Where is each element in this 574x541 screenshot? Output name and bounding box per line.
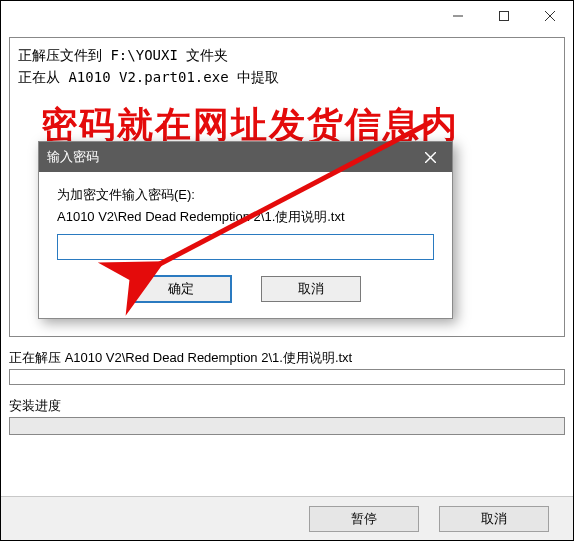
dialog-titlebar[interactable]: 输入密码 xyxy=(39,142,452,172)
log-line: 正解压文件到 F:\YOUXI 文件夹 xyxy=(18,44,556,66)
maximize-button[interactable] xyxy=(481,1,527,31)
password-input[interactable] xyxy=(57,234,434,260)
current-file-label: 正在解压 A1010 V2\Red Dead Redemption 2\1.使用… xyxy=(9,349,565,367)
password-dialog: 输入密码 为加密文件输入密码(E): A1010 V2\Red Dead Red… xyxy=(38,141,453,319)
svg-rect-1 xyxy=(500,12,509,21)
install-progress-label: 安装进度 xyxy=(9,397,565,415)
password-prompt-label: 为加密文件输入密码(E): xyxy=(57,186,434,204)
current-file-progress xyxy=(9,369,565,385)
cancel-button[interactable]: 取消 xyxy=(261,276,361,302)
pause-button[interactable]: 暂停 xyxy=(309,506,419,532)
ok-button[interactable]: 确定 xyxy=(131,276,231,302)
dialog-title-text: 输入密码 xyxy=(47,148,99,166)
password-file-path: A1010 V2\Red Dead Redemption 2\1.使用说明.tx… xyxy=(57,208,434,226)
dialog-close-button[interactable] xyxy=(416,146,444,168)
install-progress-bar xyxy=(9,417,565,435)
cancel-extraction-button[interactable]: 取消 xyxy=(439,506,549,532)
log-line: 正在从 A1010 V2.part01.exe 中提取 xyxy=(18,66,556,88)
window-footer: 暂停 取消 xyxy=(1,496,573,540)
window-titlebar xyxy=(1,1,573,31)
minimize-button[interactable] xyxy=(435,1,481,31)
close-button[interactable] xyxy=(527,1,573,31)
